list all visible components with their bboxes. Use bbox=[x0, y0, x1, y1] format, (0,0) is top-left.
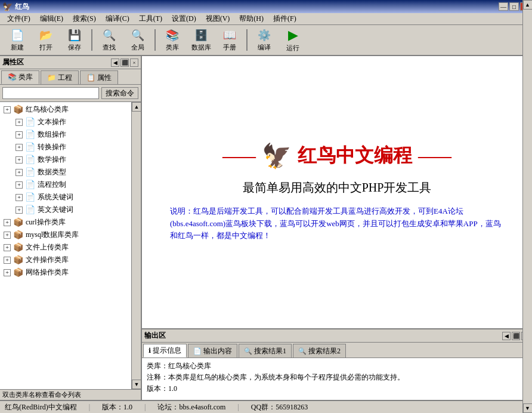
library-button[interactable]: 📚 类库 bbox=[159, 27, 186, 53]
main-area: 属性区 ◀ ⬛ × 📚 类库 📁 工程 📋 属性 搜索命令 bbox=[0, 56, 532, 400]
panel-float-button[interactable]: ⬛ bbox=[120, 58, 129, 67]
tree-expand-flow[interactable]: + bbox=[16, 181, 23, 189]
menu-search[interactable]: 搜索(S) bbox=[68, 13, 101, 25]
minimize-button[interactable]: — bbox=[499, 2, 508, 11]
tab-library[interactable]: 📚 类库 bbox=[1, 70, 39, 84]
tree-expand-syskey[interactable]: + bbox=[16, 194, 23, 201]
menu-view[interactable]: 视图(V) bbox=[201, 13, 235, 25]
run-button[interactable]: ▶ 运行 bbox=[279, 27, 307, 53]
menu-tools[interactable]: 工具(T) bbox=[134, 13, 167, 25]
logo-dash-right: —— bbox=[418, 146, 451, 165]
compile-label: 编译 bbox=[258, 43, 271, 52]
save-button[interactable]: 💾 保存 bbox=[61, 27, 88, 53]
logo-subtitle: 最简单易用高效的中文PHP开发工具 bbox=[243, 180, 432, 196]
output-pin-button[interactable]: ◀ bbox=[502, 332, 511, 340]
menu-settings[interactable]: 设置(D) bbox=[167, 13, 201, 25]
tree-expand-fileop[interactable]: + bbox=[4, 257, 11, 264]
output-area: 输出区 ◀ ⬛ × ℹ 提示信息 📄 输出内容 🔍 搜索结果1 bbox=[142, 328, 532, 400]
tree-icon-engkey: 📄 bbox=[25, 205, 35, 215]
output-header: 输出区 ◀ ⬛ × bbox=[142, 329, 532, 343]
open-button[interactable]: 📂 打开 bbox=[32, 27, 60, 53]
manual-icon: 📖 bbox=[222, 29, 237, 42]
tree-item-math[interactable]: + 📄 数学操作 bbox=[1, 153, 130, 166]
tree-icon-math: 📄 bbox=[25, 155, 35, 165]
tree-label-netop: 网络操作类库 bbox=[26, 267, 69, 278]
panel-tabs: 📚 类库 📁 工程 📋 属性 bbox=[0, 69, 141, 85]
tree-expand-array[interactable]: + bbox=[16, 131, 23, 138]
manual-button[interactable]: 📖 手册 bbox=[216, 27, 243, 53]
tab-project-label: 工程 bbox=[58, 73, 72, 83]
status-sep-2: | bbox=[144, 403, 146, 412]
tree-item-text[interactable]: + 📄 文本操作 bbox=[1, 116, 130, 128]
panel-close-button[interactable]: × bbox=[130, 58, 138, 67]
tree-item-datatype[interactable]: + 📄 数据类型 bbox=[1, 166, 130, 178]
library-label: 类库 bbox=[166, 43, 179, 52]
app-icon: 🦅 bbox=[2, 2, 13, 12]
tree-item-mysql[interactable]: + 📦 mysql数据库类库 bbox=[1, 229, 130, 241]
tree-item-syskey[interactable]: + 📄 系统关键词 bbox=[1, 191, 130, 204]
search2-tab-icon: 🔍 bbox=[298, 347, 307, 355]
tree-icon-array: 📄 bbox=[25, 130, 35, 140]
tree-item-fileupload[interactable]: + 📦 文件上传类库 bbox=[1, 241, 130, 254]
tree-icon-datatype: 📄 bbox=[25, 167, 35, 177]
menu-help[interactable]: 帮助(H) bbox=[234, 13, 268, 25]
tab-project[interactable]: 📁 工程 bbox=[41, 70, 79, 84]
output-tab-search2[interactable]: 🔍 搜索结果2 bbox=[293, 344, 346, 357]
tree-scroll-up[interactable]: ▲ bbox=[132, 102, 141, 112]
menu-plugins[interactable]: 插件(F) bbox=[268, 13, 301, 25]
tree-expand-convert[interactable]: + bbox=[16, 144, 23, 151]
output-tabs: ℹ 提示信息 📄 输出内容 🔍 搜索结果1 🔍 搜索结果2 bbox=[142, 343, 532, 358]
search-button[interactable]: 搜索命令 bbox=[101, 87, 138, 99]
tree-expand-curl[interactable]: + bbox=[4, 219, 11, 226]
tree-expand-engkey[interactable]: + bbox=[16, 207, 23, 214]
tree-expand-netop[interactable]: + bbox=[4, 269, 11, 276]
tree-item-engkey[interactable]: + 📄 英文关键词 bbox=[1, 204, 130, 216]
search2-tab-label: 搜索结果2 bbox=[308, 346, 341, 356]
menu-file[interactable]: 文件(F) bbox=[2, 13, 35, 25]
toolbar: 📄 新建 📂 打开 💾 保存 🔍 查找 🔍 全局 📚 类库 🗄️ 数据库 📖 手… bbox=[0, 25, 532, 56]
tree-icon-text: 📄 bbox=[25, 117, 35, 127]
tree-expand-core[interactable]: + bbox=[4, 106, 11, 113]
tree-item-array[interactable]: + 📄 数组操作 bbox=[1, 128, 130, 141]
new-button[interactable]: 📄 新建 bbox=[4, 27, 31, 53]
menu-compile[interactable]: 编译(C) bbox=[101, 13, 134, 25]
tree-expand-fileupload[interactable]: + bbox=[4, 244, 11, 251]
tree-item-flow[interactable]: + 📄 流程控制 bbox=[1, 178, 130, 191]
tree-item-fileop[interactable]: + 📦 文件操作类库 bbox=[1, 254, 130, 266]
tree-item-netop[interactable]: + 📦 网络操作类库 bbox=[1, 266, 130, 279]
menu-edit[interactable]: 编辑(E) bbox=[35, 13, 68, 25]
tree-icon-netop: 📦 bbox=[13, 267, 23, 278]
tree-item-core[interactable]: + 📦 红鸟核心类库 bbox=[1, 103, 130, 116]
tree-expand-text[interactable]: + bbox=[16, 119, 23, 126]
output-title: 输出区 bbox=[144, 331, 166, 341]
tree-expand-datatype[interactable]: + bbox=[16, 169, 23, 176]
search-input[interactable] bbox=[2, 87, 99, 99]
find-button[interactable]: 🔍 查找 bbox=[95, 27, 123, 53]
panel-pin-button[interactable]: ◀ bbox=[111, 58, 119, 67]
tree-item-convert[interactable]: + 📄 转换操作 bbox=[1, 141, 130, 153]
output-tab-info[interactable]: ℹ 提示信息 bbox=[143, 344, 187, 357]
app-title: 红鸟 bbox=[15, 2, 29, 12]
output-content: 类库：红鸟核心类库 注释：本类库是红鸟的核心类库，为系统本身和每个子程序提供必需… bbox=[142, 358, 532, 400]
tree-scroll-down[interactable]: ▼ bbox=[132, 380, 141, 389]
output-tab-content[interactable]: 📄 输出内容 bbox=[188, 344, 237, 357]
library-icon: 📚 bbox=[165, 29, 180, 42]
tree-expand-mysql[interactable]: + bbox=[4, 232, 11, 239]
tab-properties[interactable]: 📋 属性 bbox=[80, 70, 118, 84]
status-sep-3: | bbox=[237, 403, 239, 412]
tree-icon-syskey: 📄 bbox=[25, 192, 35, 202]
tree-expand-math[interactable]: + bbox=[16, 156, 23, 164]
output-tab-search1[interactable]: 🔍 搜索结果1 bbox=[239, 344, 292, 357]
database-button[interactable]: 🗄️ 数据库 bbox=[187, 27, 215, 53]
manual-label: 手册 bbox=[223, 43, 236, 52]
content-tab-label: 输出内容 bbox=[203, 346, 232, 356]
output-float-button[interactable]: ⬛ bbox=[512, 332, 520, 340]
info-tab-icon: ℹ bbox=[149, 347, 151, 355]
tree-label-curl: curl操作类库 bbox=[26, 217, 66, 227]
maximize-button[interactable]: □ bbox=[509, 2, 519, 11]
global-button[interactable]: 🔍 全局 bbox=[124, 27, 151, 53]
status-version: 版本：1.0 bbox=[102, 402, 132, 412]
tree-item-curl[interactable]: + 📦 curl操作类库 bbox=[1, 216, 130, 229]
output-line-1: 注释：本类库是红鸟的核心类库，为系统本身和每个子程序提供必需的功能支持。 bbox=[147, 372, 527, 383]
compile-button[interactable]: ⚙️ 编译 bbox=[250, 27, 278, 53]
